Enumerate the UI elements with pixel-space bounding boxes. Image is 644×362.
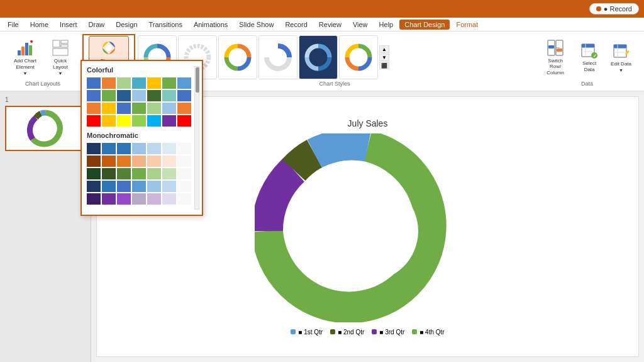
color-cell[interactable] bbox=[87, 181, 101, 192]
color-cell[interactable] bbox=[147, 156, 161, 167]
menu-transitions[interactable]: Transitions bbox=[144, 20, 187, 30]
record-title-button[interactable]: ● Record bbox=[589, 3, 639, 14]
color-cell[interactable] bbox=[162, 193, 176, 205]
color-cell[interactable] bbox=[102, 90, 116, 101]
menu-animations[interactable]: Animations bbox=[189, 20, 233, 30]
color-cell[interactable] bbox=[102, 77, 116, 89]
chart-style-3[interactable] bbox=[218, 35, 257, 79]
color-cell[interactable] bbox=[117, 77, 131, 89]
color-cell[interactable] bbox=[87, 156, 101, 167]
color-cell[interactable] bbox=[132, 103, 146, 114]
color-cell[interactable] bbox=[147, 77, 161, 89]
color-cell[interactable] bbox=[147, 181, 161, 192]
color-cell[interactable] bbox=[177, 181, 191, 192]
color-cell[interactable] bbox=[87, 168, 101, 179]
color-cell[interactable] bbox=[102, 115, 116, 127]
color-cell[interactable] bbox=[102, 143, 116, 154]
color-cell[interactable] bbox=[177, 115, 191, 127]
color-cell[interactable] bbox=[87, 77, 101, 89]
color-cell[interactable] bbox=[147, 143, 161, 154]
color-cell[interactable] bbox=[132, 143, 146, 154]
menu-record[interactable]: Record bbox=[280, 20, 312, 30]
color-cell[interactable] bbox=[132, 90, 146, 101]
menu-chartdesign[interactable]: Chart Design bbox=[399, 20, 450, 30]
menu-review[interactable]: Review bbox=[314, 20, 347, 30]
color-cell[interactable] bbox=[132, 168, 146, 179]
color-cell[interactable] bbox=[177, 168, 191, 179]
color-cell[interactable] bbox=[117, 143, 131, 154]
scroll-expand-arrow[interactable]: ⬛ bbox=[379, 62, 389, 69]
color-cell[interactable] bbox=[147, 193, 161, 205]
color-cell[interactable] bbox=[162, 90, 176, 101]
color-cell[interactable] bbox=[162, 181, 176, 192]
color-cell[interactable] bbox=[147, 90, 161, 101]
color-cell[interactable] bbox=[132, 193, 146, 205]
color-cell[interactable] bbox=[162, 77, 176, 89]
color-cell[interactable] bbox=[162, 168, 176, 179]
slide-thumbnail[interactable] bbox=[5, 106, 86, 151]
switch-row-col-icon: ↔ bbox=[547, 39, 564, 57]
color-cell[interactable] bbox=[102, 181, 116, 192]
quick-layout-button[interactable]: Quick Layout ▼ bbox=[44, 37, 77, 78]
color-cell[interactable] bbox=[177, 77, 191, 89]
menu-file[interactable]: File bbox=[3, 20, 24, 30]
color-cell[interactable] bbox=[117, 193, 131, 205]
color-cell[interactable] bbox=[102, 103, 116, 114]
chart-style-4[interactable] bbox=[258, 35, 297, 79]
chart-style-6[interactable] bbox=[339, 35, 378, 79]
color-cell[interactable] bbox=[177, 103, 191, 114]
legend-2nd-qtr: ■ 2nd Qtr bbox=[330, 329, 364, 336]
color-cell[interactable] bbox=[87, 90, 101, 101]
menu-home[interactable]: Home bbox=[25, 20, 53, 30]
color-cell[interactable] bbox=[117, 181, 131, 192]
color-cell[interactable] bbox=[117, 115, 131, 127]
color-cell[interactable] bbox=[147, 168, 161, 179]
colorful-section-title: Colorful bbox=[87, 66, 197, 74]
add-chart-element-button[interactable]: + Add Chart Element ▼ bbox=[9, 37, 42, 78]
menu-design[interactable]: Design bbox=[111, 20, 142, 30]
color-cell[interactable] bbox=[132, 181, 146, 192]
menu-view[interactable]: View bbox=[348, 20, 373, 30]
legend-dot-4 bbox=[412, 329, 417, 334]
color-picker-scrollbar[interactable] bbox=[194, 66, 199, 210]
color-cell[interactable] bbox=[162, 156, 176, 167]
color-cell[interactable] bbox=[87, 193, 101, 205]
menu-format[interactable]: Format bbox=[451, 20, 483, 30]
color-cell[interactable] bbox=[102, 193, 116, 205]
color-cell[interactable] bbox=[177, 193, 191, 205]
menu-insert[interactable]: Insert bbox=[55, 20, 82, 30]
color-cell[interactable] bbox=[87, 143, 101, 154]
add-chart-element-label: Add Chart Element bbox=[13, 58, 38, 70]
edit-data-button[interactable]: Edit Data ▼ bbox=[607, 40, 635, 76]
color-cell[interactable] bbox=[117, 90, 131, 101]
color-cell[interactable] bbox=[147, 115, 161, 127]
color-cell[interactable] bbox=[117, 168, 131, 179]
color-cell[interactable] bbox=[162, 103, 176, 114]
color-cell[interactable] bbox=[117, 156, 131, 167]
color-cell[interactable] bbox=[102, 156, 116, 167]
color-cell[interactable] bbox=[87, 103, 101, 114]
color-cell[interactable] bbox=[162, 143, 176, 154]
donut-chart-svg bbox=[255, 133, 481, 322]
color-cell[interactable] bbox=[117, 103, 131, 114]
menu-draw[interactable]: Draw bbox=[84, 20, 110, 30]
select-data-button[interactable]: ✓ Select Data bbox=[574, 39, 604, 75]
color-cell[interactable] bbox=[132, 156, 146, 167]
color-cell[interactable] bbox=[162, 115, 176, 127]
color-cell[interactable] bbox=[102, 168, 116, 179]
svg-rect-7 bbox=[53, 40, 60, 47]
switch-row-col-button[interactable]: ↔ Switch Row/ Column bbox=[539, 37, 572, 79]
scroll-down-arrow[interactable]: ▼ bbox=[379, 54, 389, 61]
color-cell[interactable] bbox=[87, 115, 101, 127]
color-cell[interactable] bbox=[177, 156, 191, 167]
color-cell[interactable] bbox=[132, 77, 146, 89]
menu-slideshow[interactable]: Slide Show bbox=[234, 20, 279, 30]
scroll-up-arrow[interactable]: ▲ bbox=[379, 45, 389, 53]
color-cell[interactable] bbox=[132, 115, 146, 127]
menu-help[interactable]: Help bbox=[374, 20, 399, 30]
color-cell[interactable] bbox=[147, 103, 161, 114]
color-cell[interactable] bbox=[177, 143, 191, 154]
legend-label-2: ■ 2nd Qtr bbox=[338, 329, 364, 336]
chart-style-5[interactable] bbox=[299, 35, 338, 79]
color-cell[interactable] bbox=[177, 90, 191, 101]
